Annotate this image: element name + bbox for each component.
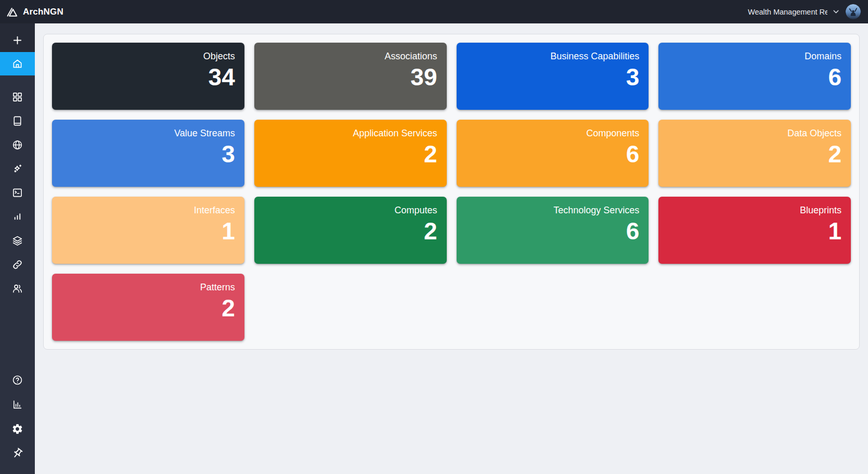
sidebar-item-settings[interactable] bbox=[0, 417, 35, 441]
stat-card-value: 6 bbox=[626, 217, 640, 245]
stat-card-label: Associations bbox=[384, 50, 437, 62]
sidebar-item-pin[interactable] bbox=[0, 441, 35, 466]
stat-card-computes[interactable]: Computes 2 bbox=[254, 197, 447, 264]
home-icon bbox=[11, 58, 23, 70]
sidebar-bottom-group bbox=[0, 368, 35, 474]
stat-card-label: Application Services bbox=[353, 127, 437, 139]
stat-card-label: Data Objects bbox=[787, 127, 841, 139]
stat-card-value: 34 bbox=[209, 63, 235, 91]
stat-card-value: 2 bbox=[222, 294, 235, 322]
stat-card-label: Blueprints bbox=[800, 204, 841, 216]
stat-card-value: 3 bbox=[626, 63, 640, 91]
stat-card-label: Patterns bbox=[200, 281, 235, 293]
stat-card-value: 39 bbox=[410, 63, 437, 91]
stat-card-label: Interfaces bbox=[194, 204, 235, 216]
app-logo[interactable]: ArchNGN bbox=[6, 6, 63, 18]
stat-card-business-capabilities[interactable]: Business Capabilities 3 bbox=[457, 43, 649, 110]
stat-card-value: 2 bbox=[424, 140, 437, 168]
stat-card-data-objects[interactable]: Data Objects 2 bbox=[658, 120, 851, 187]
topbar-right: Wealth Management Repo bbox=[748, 4, 861, 19]
stat-card-application-services[interactable]: Application Services 2 bbox=[254, 120, 447, 187]
terminal-icon bbox=[11, 187, 23, 199]
stat-card-value: 2 bbox=[828, 140, 841, 168]
sidebar-item-add[interactable] bbox=[0, 29, 35, 52]
gear-icon bbox=[11, 423, 23, 435]
stat-card-value-streams[interactable]: Value Streams 3 bbox=[52, 120, 244, 187]
stat-card-technology-services[interactable]: Technology Services 6 bbox=[457, 197, 649, 264]
sidebar-menu-group bbox=[0, 85, 35, 300]
book-icon bbox=[11, 115, 23, 127]
sidebar-item-home[interactable] bbox=[0, 52, 35, 75]
stat-card-value: 6 bbox=[626, 140, 640, 168]
user-avatar[interactable] bbox=[846, 4, 861, 19]
stat-card-associations[interactable]: Associations 39 bbox=[254, 43, 447, 110]
sidebar-item-terminal[interactable] bbox=[0, 181, 35, 204]
sidebar-item-web[interactable] bbox=[0, 133, 35, 157]
sidebar-item-layers[interactable] bbox=[0, 228, 35, 252]
sidebar-item-apps[interactable] bbox=[0, 85, 35, 109]
stat-card-patterns[interactable]: Patterns 2 bbox=[52, 274, 244, 341]
stat-card-value: 1 bbox=[828, 217, 841, 245]
sparkles-icon bbox=[11, 163, 23, 175]
stat-card-label: Value Streams bbox=[174, 127, 235, 139]
stats-grid: Objects 34 Associations 39 Business Capa… bbox=[52, 43, 851, 341]
stat-card-value: 3 bbox=[222, 140, 235, 168]
sidebar-item-charts[interactable] bbox=[0, 204, 35, 228]
stat-card-components[interactable]: Components 6 bbox=[457, 120, 649, 187]
stat-card-label: Technology Services bbox=[553, 204, 639, 216]
repo-selector[interactable]: Wealth Management Repo bbox=[748, 7, 840, 16]
sidebar-pinned-group bbox=[0, 23, 35, 75]
stat-card-label: Business Capabilities bbox=[550, 50, 639, 62]
bar-chart-icon bbox=[11, 211, 23, 223]
stat-card-label: Computes bbox=[394, 204, 437, 216]
sidebar-divider bbox=[0, 75, 35, 85]
sidebar-item-help[interactable] bbox=[0, 368, 35, 392]
sidebar-item-links[interactable] bbox=[0, 252, 35, 276]
users-icon bbox=[11, 283, 23, 294]
grid-icon bbox=[11, 91, 23, 103]
sidebar bbox=[0, 23, 35, 474]
stat-card-value: 1 bbox=[222, 217, 235, 245]
help-circle-icon bbox=[11, 374, 23, 386]
stat-card-label: Domains bbox=[805, 50, 841, 62]
stat-card-label: Components bbox=[586, 127, 639, 139]
chevron-down-icon bbox=[832, 7, 840, 16]
analytics-icon bbox=[11, 399, 23, 411]
pushpin-icon bbox=[11, 447, 23, 459]
sidebar-item-assistant[interactable] bbox=[0, 157, 35, 181]
sidebar-item-users[interactable] bbox=[0, 276, 35, 300]
layers-icon bbox=[11, 235, 23, 247]
stat-card-label: Objects bbox=[203, 50, 235, 62]
sidebar-item-analytics[interactable] bbox=[0, 392, 35, 417]
overview-panel: Objects 34 Associations 39 Business Capa… bbox=[43, 34, 860, 350]
repo-selector-label: Wealth Management Repo bbox=[748, 8, 827, 16]
sidebar-item-library[interactable] bbox=[0, 109, 35, 133]
stat-card-value: 2 bbox=[424, 217, 437, 245]
link-icon bbox=[11, 259, 23, 271]
stat-card-blueprints[interactable]: Blueprints 1 bbox=[658, 197, 851, 264]
stat-card-objects[interactable]: Objects 34 bbox=[52, 43, 244, 110]
main-content: Overview Objects 34 Associations 39 Busi… bbox=[35, 0, 868, 474]
stat-card-value: 6 bbox=[828, 63, 841, 91]
app-title: ArchNGN bbox=[23, 7, 63, 17]
brand-triangle-icon bbox=[6, 6, 19, 18]
plus-icon bbox=[11, 34, 23, 46]
stat-card-interfaces[interactable]: Interfaces 1 bbox=[52, 197, 244, 264]
top-bar: ArchNGN Wealth Management Repo bbox=[0, 0, 868, 23]
globe-icon bbox=[11, 139, 23, 151]
stat-card-domains[interactable]: Domains 6 bbox=[658, 43, 851, 110]
